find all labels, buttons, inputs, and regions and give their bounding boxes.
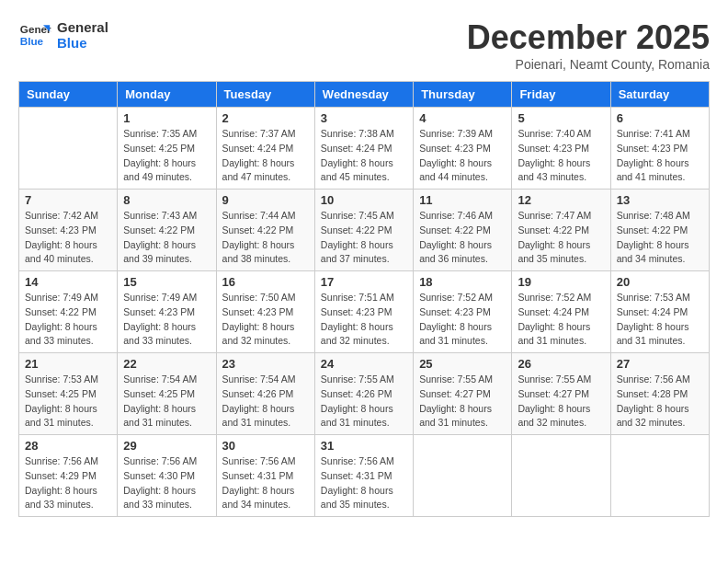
day-number: 12 (518, 193, 604, 207)
day-number: 19 (518, 275, 604, 289)
day-info: Sunrise: 7:39 AM Sunset: 4:23 PM Dayligh… (419, 127, 506, 185)
day-info: Sunrise: 7:47 AM Sunset: 4:22 PM Dayligh… (518, 209, 604, 267)
day-info: Sunrise: 7:41 AM Sunset: 4:23 PM Dayligh… (617, 127, 703, 185)
day-header-sunday: Sunday (19, 82, 118, 108)
logo: General Blue General Blue (18, 18, 108, 52)
day-info: Sunrise: 7:52 AM Sunset: 4:23 PM Dayligh… (419, 291, 506, 349)
day-number: 7 (25, 193, 111, 207)
calendar-cell: 14Sunrise: 7:49 AM Sunset: 4:22 PM Dayli… (19, 271, 118, 353)
calendar-cell: 7Sunrise: 7:42 AM Sunset: 4:23 PM Daylig… (19, 190, 118, 271)
day-info: Sunrise: 7:56 AM Sunset: 4:31 PM Dayligh… (222, 454, 309, 512)
day-info: Sunrise: 7:55 AM Sunset: 4:27 PM Dayligh… (518, 373, 604, 431)
day-number: 1 (123, 111, 210, 125)
calendar-cell: 19Sunrise: 7:52 AM Sunset: 4:24 PM Dayli… (512, 271, 610, 353)
calendar-cell: 22Sunrise: 7:54 AM Sunset: 4:25 PM Dayli… (118, 353, 216, 435)
day-info: Sunrise: 7:51 AM Sunset: 4:23 PM Dayligh… (321, 291, 407, 349)
day-number: 31 (321, 439, 407, 453)
day-number: 4 (419, 111, 506, 125)
day-number: 15 (123, 275, 210, 289)
day-number: 13 (617, 193, 703, 207)
day-number: 29 (123, 439, 210, 453)
day-info: Sunrise: 7:50 AM Sunset: 4:23 PM Dayligh… (222, 291, 309, 349)
calendar-cell: 6Sunrise: 7:41 AM Sunset: 4:23 PM Daylig… (610, 108, 709, 190)
day-number: 20 (617, 275, 703, 289)
calendar-cell: 9Sunrise: 7:44 AM Sunset: 4:22 PM Daylig… (216, 190, 314, 271)
day-info: Sunrise: 7:38 AM Sunset: 4:24 PM Dayligh… (321, 127, 407, 185)
day-info: Sunrise: 7:35 AM Sunset: 4:25 PM Dayligh… (123, 127, 210, 185)
day-info: Sunrise: 7:49 AM Sunset: 4:22 PM Dayligh… (25, 291, 111, 349)
day-number: 8 (123, 193, 210, 207)
calendar-cell: 5Sunrise: 7:40 AM Sunset: 4:23 PM Daylig… (512, 108, 610, 190)
day-info: Sunrise: 7:56 AM Sunset: 4:30 PM Dayligh… (123, 454, 210, 512)
calendar-week-1: 1Sunrise: 7:35 AM Sunset: 4:25 PM Daylig… (19, 108, 710, 190)
calendar-week-4: 21Sunrise: 7:53 AM Sunset: 4:25 PM Dayli… (19, 353, 710, 435)
day-number: 17 (321, 275, 407, 289)
day-number: 21 (25, 357, 111, 371)
calendar-cell: 25Sunrise: 7:55 AM Sunset: 4:27 PM Dayli… (414, 353, 512, 435)
calendar-cell: 20Sunrise: 7:53 AM Sunset: 4:24 PM Dayli… (610, 271, 709, 353)
day-info: Sunrise: 7:44 AM Sunset: 4:22 PM Dayligh… (222, 209, 309, 267)
day-header-tuesday: Tuesday (216, 82, 314, 108)
calendar-cell: 30Sunrise: 7:56 AM Sunset: 4:31 PM Dayli… (216, 435, 314, 517)
day-info: Sunrise: 7:56 AM Sunset: 4:28 PM Dayligh… (617, 373, 703, 431)
calendar-cell: 13Sunrise: 7:48 AM Sunset: 4:22 PM Dayli… (610, 190, 709, 271)
day-info: Sunrise: 7:54 AM Sunset: 4:26 PM Dayligh… (222, 373, 309, 431)
calendar-cell: 1Sunrise: 7:35 AM Sunset: 4:25 PM Daylig… (118, 108, 216, 190)
day-number: 6 (617, 111, 703, 125)
day-info: Sunrise: 7:52 AM Sunset: 4:24 PM Dayligh… (518, 291, 604, 349)
day-number: 5 (518, 111, 604, 125)
calendar-cell: 3Sunrise: 7:38 AM Sunset: 4:24 PM Daylig… (314, 108, 413, 190)
day-info: Sunrise: 7:56 AM Sunset: 4:29 PM Dayligh… (25, 454, 111, 512)
day-info: Sunrise: 7:55 AM Sunset: 4:27 PM Dayligh… (419, 373, 506, 431)
day-header-thursday: Thursday (414, 82, 512, 108)
calendar-cell (512, 435, 610, 517)
day-number: 30 (222, 439, 309, 453)
day-info: Sunrise: 7:55 AM Sunset: 4:26 PM Dayligh… (321, 373, 407, 431)
day-info: Sunrise: 7:42 AM Sunset: 4:23 PM Dayligh… (25, 209, 111, 267)
calendar-week-2: 7Sunrise: 7:42 AM Sunset: 4:23 PM Daylig… (19, 190, 710, 271)
calendar-week-5: 28Sunrise: 7:56 AM Sunset: 4:29 PM Dayli… (19, 435, 710, 517)
day-info: Sunrise: 7:37 AM Sunset: 4:24 PM Dayligh… (222, 127, 309, 185)
day-info: Sunrise: 7:53 AM Sunset: 4:24 PM Dayligh… (617, 291, 703, 349)
day-info: Sunrise: 7:49 AM Sunset: 4:23 PM Dayligh… (123, 291, 210, 349)
day-info: Sunrise: 7:40 AM Sunset: 4:23 PM Dayligh… (518, 127, 604, 185)
calendar-cell: 27Sunrise: 7:56 AM Sunset: 4:28 PM Dayli… (610, 353, 709, 435)
calendar-cell (610, 435, 709, 517)
calendar-cell: 8Sunrise: 7:43 AM Sunset: 4:22 PM Daylig… (118, 190, 216, 271)
calendar-cell: 17Sunrise: 7:51 AM Sunset: 4:23 PM Dayli… (314, 271, 413, 353)
day-number: 9 (222, 193, 309, 207)
calendar-cell: 4Sunrise: 7:39 AM Sunset: 4:23 PM Daylig… (414, 108, 512, 190)
day-number: 18 (419, 275, 506, 289)
day-info: Sunrise: 7:56 AM Sunset: 4:31 PM Dayligh… (321, 454, 407, 512)
day-number: 2 (222, 111, 309, 125)
calendar-cell: 15Sunrise: 7:49 AM Sunset: 4:23 PM Dayli… (118, 271, 216, 353)
day-info: Sunrise: 7:43 AM Sunset: 4:22 PM Dayligh… (123, 209, 210, 267)
day-header-friday: Friday (512, 82, 610, 108)
day-info: Sunrise: 7:53 AM Sunset: 4:25 PM Dayligh… (25, 373, 111, 431)
day-number: 27 (617, 357, 703, 371)
calendar-cell: 11Sunrise: 7:46 AM Sunset: 4:22 PM Dayli… (414, 190, 512, 271)
calendar-cell: 31Sunrise: 7:56 AM Sunset: 4:31 PM Dayli… (314, 435, 413, 517)
day-number: 3 (321, 111, 407, 125)
svg-text:Blue: Blue (20, 35, 44, 47)
day-header-monday: Monday (118, 82, 216, 108)
calendar-cell: 24Sunrise: 7:55 AM Sunset: 4:26 PM Dayli… (314, 353, 413, 435)
logo-line2: Blue (57, 35, 108, 51)
logo-line1: General (57, 19, 108, 35)
calendar-cell: 10Sunrise: 7:45 AM Sunset: 4:22 PM Dayli… (314, 190, 413, 271)
location-subtitle: Poienari, Neamt County, Romania (467, 57, 710, 72)
day-number: 11 (419, 193, 506, 207)
calendar-cell: 28Sunrise: 7:56 AM Sunset: 4:29 PM Dayli… (19, 435, 118, 517)
day-number: 16 (222, 275, 309, 289)
calendar-cell: 23Sunrise: 7:54 AM Sunset: 4:26 PM Dayli… (216, 353, 314, 435)
calendar-cell: 12Sunrise: 7:47 AM Sunset: 4:22 PM Dayli… (512, 190, 610, 271)
month-title: December 2025 (467, 18, 710, 57)
calendar-body: 1Sunrise: 7:35 AM Sunset: 4:25 PM Daylig… (19, 108, 710, 517)
svg-text:General: General (20, 23, 51, 35)
day-info: Sunrise: 7:45 AM Sunset: 4:22 PM Dayligh… (321, 209, 407, 267)
day-info: Sunrise: 7:46 AM Sunset: 4:22 PM Dayligh… (419, 209, 506, 267)
calendar-header-row: SundayMondayTuesdayWednesdayThursdayFrid… (19, 82, 710, 108)
calendar-cell: 26Sunrise: 7:55 AM Sunset: 4:27 PM Dayli… (512, 353, 610, 435)
calendar-cell: 21Sunrise: 7:53 AM Sunset: 4:25 PM Dayli… (19, 353, 118, 435)
calendar-week-3: 14Sunrise: 7:49 AM Sunset: 4:22 PM Dayli… (19, 271, 710, 353)
